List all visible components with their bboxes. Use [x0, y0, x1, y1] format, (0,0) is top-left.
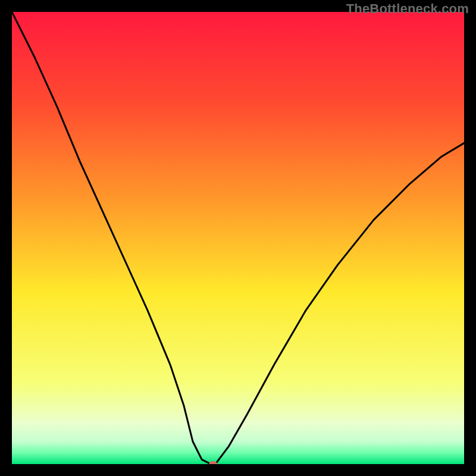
- chart-frame: TheBottleneck.com: [0, 0, 476, 476]
- plot-area: [12, 12, 464, 464]
- chart-svg: [12, 12, 464, 464]
- background-rect: [12, 12, 464, 464]
- watermark-text: TheBottleneck.com: [346, 1, 469, 17]
